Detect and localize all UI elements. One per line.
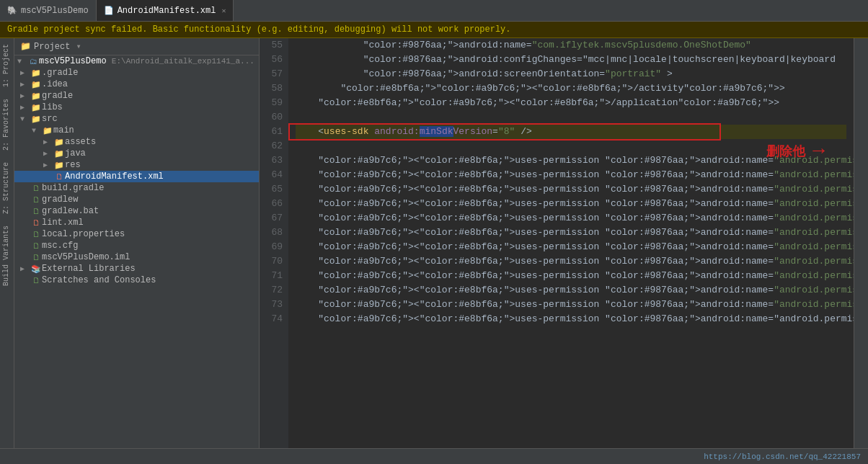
tree-label: .idea bbox=[42, 79, 259, 89]
code-line: "color:#a9b7c6;"><"color:#e8bf6a;">uses-… bbox=[296, 226, 846, 240]
tree-icon: 📁 bbox=[53, 161, 65, 170]
dropdown-icon[interactable]: ▾ bbox=[76, 41, 81, 52]
tree-arrow: ▼ bbox=[20, 115, 30, 123]
close-icon[interactable]: ✕ bbox=[221, 6, 226, 15]
tree-item[interactable]: ▶ 📚 External Libraries bbox=[14, 263, 259, 275]
tree-arrow: ▶ bbox=[20, 92, 30, 100]
tree-label: gradlew bbox=[42, 195, 259, 205]
tree-item[interactable]: 🗋 msc.cfg bbox=[14, 240, 259, 251]
code-line: "color:#a9b7c6;"><"color:#e8bf6a;">uses-… bbox=[296, 283, 846, 298]
tree-label: libs bbox=[42, 102, 259, 112]
code-line: "color:#e8bf6a;">"color:#a9b7c6;"><"colo… bbox=[296, 96, 846, 110]
tree-item[interactable]: ▶ 📁 libs bbox=[14, 102, 259, 113]
line-number: 57 bbox=[265, 67, 283, 81]
tree-icon: 🗋 bbox=[53, 172, 65, 182]
tree-root[interactable]: ▼ 🗂 mscV5PlusDemo E:\Android_aitalk_exp1… bbox=[14, 55, 259, 67]
tree-label: res bbox=[65, 160, 259, 170]
project-tree: ▼ 🗂 mscV5PlusDemo E:\Android_aitalk_exp1… bbox=[14, 55, 259, 448]
tree-icon: 🗋 bbox=[30, 195, 42, 205]
tab-gradle-label: mscV5PlusDemo bbox=[21, 6, 89, 16]
project-root-icon: 🗂 bbox=[27, 57, 39, 66]
line-number: 74 bbox=[265, 312, 283, 326]
sidebar-vtab-structure[interactable]: Z: Structure bbox=[0, 156, 14, 220]
content-area: 5556575859606162636465666768697071727374… bbox=[260, 38, 854, 448]
tree-item[interactable]: 🗋 gradlew.bat bbox=[14, 205, 259, 217]
tree-arrow: ▼ bbox=[32, 127, 42, 135]
tree-item[interactable]: ▶ 📁 java bbox=[14, 148, 259, 159]
line-number: 67 bbox=[265, 211, 283, 226]
line-numbers: 5556575859606162636465666768697071727374 bbox=[260, 38, 288, 448]
tree-root-arrow: ▼ bbox=[17, 58, 27, 66]
code-line: <uses-sdk android:minSdkVersion="8" /> bbox=[296, 125, 846, 139]
delete-label: 删除他 bbox=[766, 143, 805, 160]
tree-item[interactable]: ▼ 📁 main bbox=[14, 125, 259, 136]
line-number: 66 bbox=[265, 197, 283, 211]
tree-label: .gradle bbox=[42, 68, 259, 78]
right-side-tabs bbox=[854, 38, 868, 448]
tree-item[interactable]: 🗋 gradlew bbox=[14, 194, 259, 205]
line-number: 72 bbox=[265, 283, 283, 298]
gradle-icon: 🐘 bbox=[7, 6, 17, 15]
line-number: 70 bbox=[265, 254, 283, 269]
tree-item[interactable]: 🗋 local.properties bbox=[14, 228, 259, 240]
tree-icon: 📁 bbox=[30, 80, 42, 89]
tree-icon: 📁 bbox=[30, 68, 42, 78]
tree-item[interactable]: ▼ 📁 src bbox=[14, 113, 259, 125]
annotation-area: 删除他 → bbox=[766, 140, 825, 162]
tree-item[interactable]: 🗋 build.gradle bbox=[14, 182, 259, 194]
sidebar-vtab-build[interactable]: Build Variants bbox=[0, 220, 14, 292]
tree-item[interactable]: ▶ 📁 assets bbox=[14, 136, 259, 148]
project-header: 📁 Project ▾ bbox=[14, 38, 259, 55]
tab-manifest-label: AndroidManifest.xml bbox=[118, 6, 216, 16]
bottom-url[interactable]: https://blog.csdn.net/qq_42221857 bbox=[704, 452, 861, 461]
tree-arrow: ▶ bbox=[20, 80, 30, 89]
code-line: "color:#a9b7c6;"><"color:#e8bf6a;">uses-… bbox=[296, 197, 846, 211]
tab-manifest[interactable]: 📄 AndroidManifest.xml ✕ bbox=[97, 0, 234, 21]
tree-item[interactable]: ▶ 📁 .gradle bbox=[14, 67, 259, 79]
tab-gradle[interactable]: 🐘 mscV5PlusDemo bbox=[0, 0, 97, 21]
code-line: "color:#a9b7c6;"><"color:#e8bf6a;">uses-… bbox=[296, 182, 846, 197]
line-number: 58 bbox=[265, 81, 283, 96]
tree-icon: 📚 bbox=[30, 264, 42, 274]
tree-label: mscV5PlusDemo.iml bbox=[42, 252, 259, 262]
project-title: Project bbox=[34, 42, 70, 52]
sidebar-vtab-project[interactable]: 1: Project bbox=[0, 38, 14, 93]
tree-item[interactable]: 🗋 mscV5PlusDemo.iml bbox=[14, 251, 259, 263]
code-editor[interactable]: 5556575859606162636465666768697071727374… bbox=[260, 38, 854, 448]
line-number: 69 bbox=[265, 240, 283, 254]
sidebar-vtab-favorites[interactable]: 2: Favorites bbox=[0, 93, 14, 156]
code-line: "color:#a9b7c6;"><"color:#e8bf6a;">uses-… bbox=[296, 312, 846, 326]
tree-label: local.properties bbox=[42, 229, 259, 239]
tree-label: assets bbox=[65, 137, 259, 147]
line-number: 55 bbox=[265, 38, 283, 53]
tree-item[interactable]: 🗋 Scratches and Consoles bbox=[14, 275, 259, 286]
tree-icon: 🗋 bbox=[30, 241, 42, 251]
code-line: "color:#a9b7c6;"><"color:#e8bf6a;">uses-… bbox=[296, 254, 846, 269]
line-number: 56 bbox=[265, 53, 283, 67]
tree-arrow: ▶ bbox=[20, 103, 30, 112]
tree-label: External Libraries bbox=[42, 264, 259, 274]
code-line: "color:#a9b7c6;"><"color:#e8bf6a;">uses-… bbox=[296, 168, 846, 182]
tree-item[interactable]: ▶ 📁 gradle bbox=[14, 90, 259, 102]
tree-icon: 🗋 bbox=[30, 207, 42, 216]
tree-label: main bbox=[53, 125, 259, 135]
code-line: "color:#9876aa;">android:configChanges="… bbox=[296, 53, 846, 67]
line-number: 68 bbox=[265, 226, 283, 240]
tree-item[interactable]: ▶ 📁 res bbox=[14, 159, 259, 171]
line-number: 59 bbox=[265, 96, 283, 110]
tree-arrow: ▶ bbox=[43, 149, 53, 158]
tree-item[interactable]: ▶ 📁 .idea bbox=[14, 79, 259, 90]
tree-label: gradlew.bat bbox=[42, 206, 259, 216]
tree-item[interactable]: 🗋 AndroidManifest.xml bbox=[14, 171, 259, 182]
tree-item[interactable]: 🗋 lint.xml bbox=[14, 217, 259, 228]
arrow-icon: → bbox=[812, 140, 825, 162]
code-line: "color:#a9b7c6;"><"color:#e8bf6a;">uses-… bbox=[296, 240, 846, 254]
tab-bar: 🐘 mscV5PlusDemo 📄 AndroidManifest.xml ✕ bbox=[0, 0, 868, 22]
line-number: 62 bbox=[265, 139, 283, 153]
code-line: "color:#9876aa;">android:screenOrientati… bbox=[296, 67, 846, 81]
tree-label: src bbox=[42, 114, 259, 124]
tree-arrow: ▶ bbox=[43, 138, 53, 146]
code-line: "color:#a9b7c6;"><"color:#e8bf6a;">uses-… bbox=[296, 153, 846, 168]
code-line: "color:#a9b7c6;"><"color:#e8bf6a;">uses-… bbox=[296, 298, 846, 312]
tree-label: build.gradle bbox=[42, 183, 259, 193]
